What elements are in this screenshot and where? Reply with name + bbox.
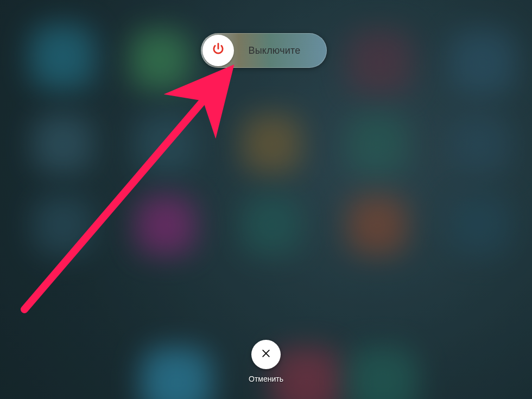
power-icon — [211, 42, 226, 59]
power-slider-knob[interactable] — [202, 35, 234, 66]
cancel-label: Отменить — [249, 375, 283, 383]
close-icon — [261, 348, 271, 361]
slide-to-power-off[interactable]: Выключите — [201, 33, 327, 68]
power-slider-label: Выключите — [234, 45, 327, 56]
cancel-button[interactable] — [251, 340, 281, 369]
